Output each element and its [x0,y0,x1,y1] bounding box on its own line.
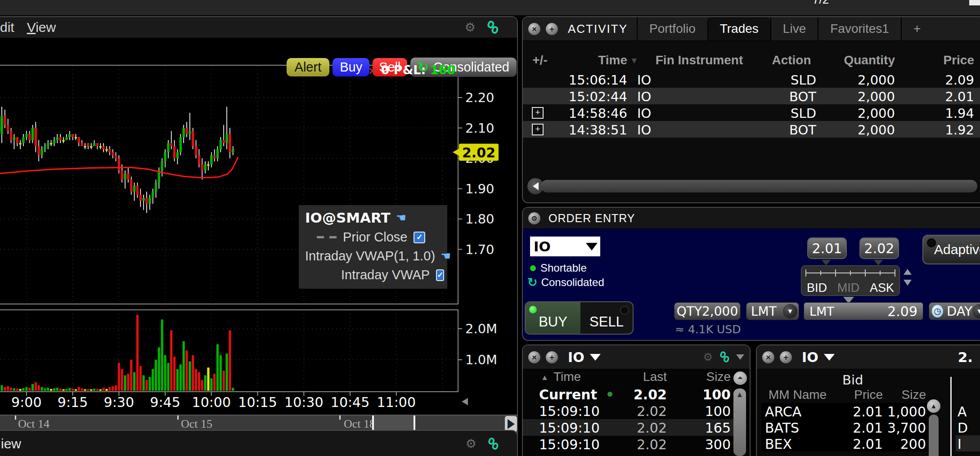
alert-button[interactable]: Alert [287,58,330,76]
slider-down-arrow[interactable] [904,280,912,286]
column-header-instrument[interactable]: Fin Instrument [632,53,767,67]
trades-table: +/-TimeFin InstrumentActionQuantityPrice… [523,42,980,173]
depth-scrollbar[interactable]: ▲ [927,399,940,456]
chevron-down-icon[interactable] [824,354,835,361]
activity-header: × + ACTIVITY PortfolioTradesLiveFavorite… [523,17,980,41]
close-icon[interactable]: × [528,351,540,363]
consolidated-label: Consolidated [541,276,604,289]
buy-sell-toggle[interactable]: BUY SELL [525,301,634,335]
cell-quantity: 2,000 [816,122,895,138]
adaptive-button[interactable]: Adaptive [922,235,980,264]
close-icon[interactable]: × [528,23,540,35]
ts-symbol[interactable]: IO [568,349,584,365]
ask-price-button[interactable]: 2.02 [859,237,899,259]
slider-up-arrow[interactable] [904,269,912,275]
tif-dropdown[interactable]: ◷ DAY ▼ [929,302,980,320]
column-header-last[interactable]: Last [617,370,667,384]
add-icon[interactable]: + [546,23,558,35]
limit-price-value: 2.09 [887,304,917,319]
depth-symbol[interactable]: IO [802,349,818,365]
close-icon[interactable]: × [762,351,774,363]
chevron-down-icon[interactable] [590,354,601,361]
sell-label: SELL [589,314,624,330]
buy-side[interactable]: BUY [526,302,580,334]
ts-time: 15:09:10 [539,420,600,436]
add-icon[interactable]: + [780,351,792,363]
legend-symbol[interactable]: IO@SMART [305,210,391,226]
hand-icon[interactable]: ☚ [441,249,451,263]
column-header-time[interactable]: Time [554,53,627,67]
vwap-checkbox[interactable]: ✓ [436,269,444,281]
expand-icon[interactable]: + [532,107,544,119]
cell-price: 1.92 [895,122,974,138]
tab-live[interactable]: Live [770,17,818,40]
mm-name-partial: D [958,420,968,436]
chevron-down-icon: ▼ [972,304,980,318]
chart-legend: IO@SMART ☚ Prior Close ✓ Intraday VWAP(1… [299,205,447,289]
ts-scrollbar[interactable]: ⏶ ▲ [733,371,747,456]
gear-icon[interactable]: ⚙ [528,212,540,224]
scroll-up-button[interactable]: ▲ [927,399,940,413]
sort-asc-icon[interactable]: ▲ [541,373,548,382]
add-icon[interactable]: + [546,351,558,363]
table-row[interactable]: 15:06:14IOSLD2,0002.09 [523,71,980,88]
symbol-combo[interactable]: IO [530,237,600,256]
depth-bid-row: BEX2.01200 [761,435,931,452]
tab-favorites1[interactable]: Favorites1 [818,17,901,40]
order-entry-window: ⚙ ORDER ENTRY IO Shortable ↻ Consolidate… [522,207,980,341]
limit-price-field[interactable]: LMT 2.09 [804,302,923,320]
consolidated-refresh-icon: ↻ [527,275,538,290]
column-header-mm[interactable]: MM Name [769,388,827,402]
table-row[interactable]: +14:38:51IOBOT2,0001.92 [523,121,980,138]
depth-last-price-partial: 2. [958,349,973,365]
table-row[interactable]: +14:58:46IOSLD2,0001.94 [523,104,980,121]
column-header-action[interactable]: Action [767,53,816,67]
pnl-readout: × 0 P&L: 160 [368,63,455,77]
activity-hscrollbar[interactable] [527,178,977,192]
column-header-price[interactable]: Price [833,388,883,402]
gear-icon[interactable]: ⚙ [703,351,713,363]
ask-button-pointer [874,260,883,265]
ts-header: × + IO ⚙ [523,345,750,369]
sort-desc-icon[interactable]: ▼ [630,56,638,66]
tab-trades[interactable]: Trades [707,17,770,40]
hand-icon[interactable]: ☚ [396,211,406,225]
scroll-up-button[interactable]: ▲ [733,389,746,456]
order-type-dropdown[interactable]: LMT ▼ [746,302,799,320]
menu-view-partial[interactable]: iew [1,436,21,452]
buy-button[interactable]: Buy [333,58,369,76]
table-row[interactable]: 15:02:44IOBOT2,0002.01 [523,88,980,104]
column-header-expand[interactable]: +/- [526,53,554,67]
column-header-size[interactable]: Size [887,388,926,402]
prior-close-checkbox[interactable]: ✓ [414,232,425,243]
column-header-price[interactable]: Price [895,53,974,67]
list-item: Current2.02100 [523,386,734,402]
cell-instrument: IO [632,106,772,121]
corner-box [969,0,980,5]
column-header-size[interactable]: Size [680,370,731,384]
price-axis-label: 1.90 [465,181,494,197]
scroll-top-button[interactable]: ⏶ [733,371,747,385]
pnl-close-icon[interactable]: × [368,65,377,76]
bid-price-button[interactable]: 2.01 [807,237,847,259]
column-header-quantity[interactable]: Quantity [816,53,895,67]
price-axis-label: 1.70 [465,242,494,257]
settings-gear-icon[interactable]: ⚙ [466,437,477,451]
expand-icon[interactable]: + [532,124,544,135]
column-header-time[interactable]: Time [553,370,581,384]
panel-chevron-icon[interactable] [736,354,744,360]
mm-name: ARCA [765,404,801,420]
link-icon[interactable] [720,351,730,363]
scroll-date-label: Oct 18 [344,417,375,431]
scroll-date-label: Oct 15 [181,417,212,431]
link-icon[interactable] [488,438,499,450]
price-slider[interactable]: BIDMIDASK [801,265,900,296]
ts-time: Current [539,387,597,402]
tab-portfolio[interactable]: Portfolio [637,17,707,40]
tab-[interactable]: + [901,17,932,40]
ts-size: 300 [680,437,731,452]
quantity-field[interactable]: QTY2,000 [674,302,741,320]
time-axis-label: 10:15 [238,394,277,410]
sell-side[interactable]: SELL [580,302,633,334]
ts-last: 2.02 [617,420,667,436]
